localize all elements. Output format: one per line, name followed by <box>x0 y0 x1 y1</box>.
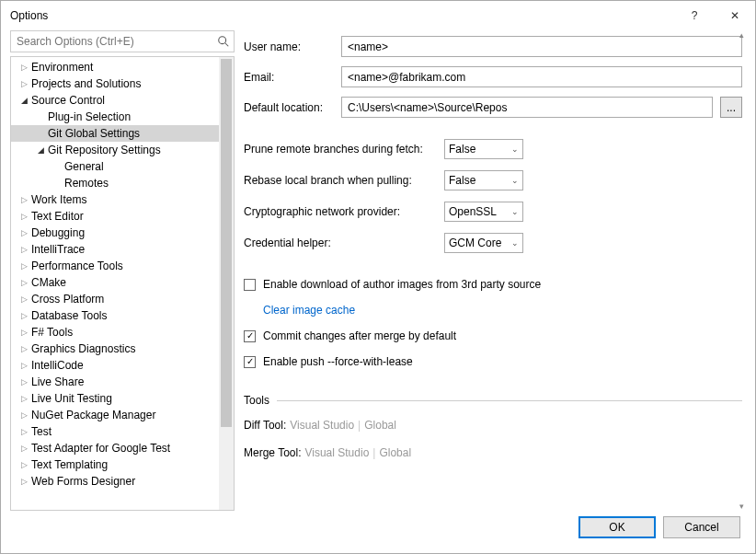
expander-none <box>52 161 63 172</box>
expander-closed-icon[interactable]: ▷ <box>18 426 29 437</box>
tree-item-label: Projects and Solutions <box>31 77 141 90</box>
expander-closed-icon[interactable]: ▷ <box>18 62 29 73</box>
svg-line-1 <box>225 43 229 47</box>
expander-closed-icon[interactable]: ▷ <box>18 310 29 321</box>
help-button[interactable]: ? <box>674 1 715 30</box>
download-images-checkbox[interactable] <box>244 279 256 291</box>
expander-closed-icon[interactable]: ▷ <box>18 360 29 371</box>
tree-item[interactable]: Git Global Settings <box>11 125 219 142</box>
tree-item[interactable]: ▷IntelliCode <box>11 357 219 374</box>
email-input[interactable] <box>341 66 742 87</box>
tree-item[interactable]: ▷Test Adapter for Google Test <box>11 440 219 456</box>
tree-item-label: Environment <box>31 61 93 74</box>
merge-tool-label: Merge Tool: <box>244 446 301 459</box>
diff-tool-label: Diff Tool: <box>244 419 286 432</box>
clear-cache-link[interactable]: Clear image cache <box>263 304 355 317</box>
merge-tool-global[interactable]: Global <box>379 446 411 459</box>
search-box[interactable] <box>10 30 235 52</box>
options-tree[interactable]: ▷Environment▷Projects and Solutions◢Sour… <box>11 57 219 510</box>
commit-merge-checkbox[interactable]: ✓ <box>244 330 256 342</box>
expander-closed-icon[interactable]: ▷ <box>18 260 29 271</box>
scroll-down-icon: ▾ <box>739 502 744 511</box>
prune-dropdown[interactable]: False⌄ <box>444 139 523 159</box>
tree-item-label: Source Control <box>31 94 105 107</box>
tree-item[interactable]: ▷CMake <box>11 274 219 291</box>
crypto-dropdown[interactable]: OpenSSL⌄ <box>444 202 523 222</box>
tree-item-label: General <box>64 160 104 173</box>
expander-closed-icon[interactable]: ▷ <box>18 459 29 470</box>
tree-item-label: Test Adapter for Google Test <box>31 442 170 455</box>
expander-closed-icon[interactable]: ▷ <box>18 194 29 205</box>
window-title: Options <box>10 9 674 22</box>
tree-item[interactable]: ▷Debugging <box>11 225 219 241</box>
tree-item-label: Live Share <box>31 375 84 388</box>
tree-item[interactable]: ▷IntelliTrace <box>11 241 219 258</box>
svg-point-0 <box>219 37 226 44</box>
search-input[interactable] <box>15 32 217 51</box>
expander-closed-icon[interactable]: ▷ <box>18 376 29 387</box>
tree-item-label: Text Editor <box>31 210 84 223</box>
expander-closed-icon[interactable]: ▷ <box>18 410 29 421</box>
tree-item[interactable]: ▷Performance Tools <box>11 258 219 274</box>
tree-item[interactable]: ▷Text Templating <box>11 456 219 473</box>
tree-item[interactable]: ▷Environment <box>11 59 219 75</box>
chevron-down-icon: ⌄ <box>511 238 519 248</box>
options-dialog: Options ? ✕ ▷Environment▷Projects and So… <box>0 0 756 554</box>
location-input[interactable] <box>341 97 713 118</box>
tree-item[interactable]: ▷Work Items <box>11 191 219 208</box>
diff-tool-global[interactable]: Global <box>364 419 396 432</box>
tree-item[interactable]: ▷Projects and Solutions <box>11 75 219 92</box>
tree-item[interactable]: ▷Web Forms Designer <box>11 473 219 490</box>
expander-closed-icon[interactable]: ▷ <box>18 244 29 255</box>
tree-item[interactable]: ▷Graphics Diagnostics <box>11 340 219 357</box>
expander-none <box>35 128 46 139</box>
expander-closed-icon[interactable]: ▷ <box>18 277 29 288</box>
expander-closed-icon[interactable]: ▷ <box>18 476 29 487</box>
close-button[interactable]: ✕ <box>715 1 755 30</box>
tree-item[interactable]: ▷Database Tools <box>11 307 219 324</box>
tree-item[interactable]: ▷Live Share <box>11 374 219 390</box>
tree-item-label: CMake <box>31 276 66 289</box>
force-lease-label: Enable push --force-with-lease <box>263 355 413 368</box>
panel-scrollbar[interactable]: ▴ ▾ <box>735 30 746 511</box>
cred-label: Credential helper: <box>244 237 437 249</box>
tree-item[interactable]: General <box>11 158 219 175</box>
cancel-button[interactable]: Cancel <box>663 516 740 538</box>
help-icon: ? <box>692 9 698 22</box>
expander-closed-icon[interactable]: ▷ <box>18 343 29 354</box>
tree-item-label: Database Tools <box>31 309 108 322</box>
expander-closed-icon[interactable]: ▷ <box>18 211 29 222</box>
force-lease-checkbox[interactable]: ✓ <box>244 356 256 368</box>
expander-open-icon[interactable]: ◢ <box>35 144 46 156</box>
tree-item[interactable]: ▷Cross Platform <box>11 291 219 307</box>
tree-scrollbar[interactable] <box>219 57 234 510</box>
ok-button[interactable]: OK <box>578 516 656 538</box>
merge-tool-vs[interactable]: Visual Studio <box>304 446 369 459</box>
tree-item[interactable]: ▷F# Tools <box>11 324 219 340</box>
username-input[interactable] <box>341 36 742 57</box>
expander-closed-icon[interactable]: ▷ <box>18 393 29 404</box>
tree-item[interactable]: ▷NuGet Package Manager <box>11 407 219 423</box>
tree-item[interactable]: Plug-in Selection <box>11 109 219 125</box>
settings-panel: User name: Email: Default location: ... … <box>240 30 746 511</box>
expander-closed-icon[interactable]: ▷ <box>18 443 29 454</box>
tree-item[interactable]: Remotes <box>11 175 219 191</box>
expander-open-icon[interactable]: ◢ <box>18 95 29 106</box>
tree-item-label: Cross Platform <box>31 293 104 306</box>
cred-dropdown[interactable]: GCM Core⌄ <box>444 233 523 253</box>
tree-item[interactable]: ▷Live Unit Testing <box>11 390 219 407</box>
tree-item[interactable]: ▷Test <box>11 423 219 440</box>
tree-item[interactable]: ▷Text Editor <box>11 208 219 225</box>
scrollbar-thumb[interactable] <box>221 59 232 427</box>
expander-closed-icon[interactable]: ▷ <box>18 227 29 238</box>
expander-none <box>35 111 46 122</box>
diff-tool-vs[interactable]: Visual Studio <box>290 419 354 432</box>
username-label: User name: <box>244 40 334 53</box>
expander-closed-icon[interactable]: ▷ <box>18 78 29 89</box>
rebase-dropdown[interactable]: False⌄ <box>444 170 523 190</box>
expander-closed-icon[interactable]: ▷ <box>18 327 29 338</box>
tree-item[interactable]: ◢Git Repository Settings <box>11 142 219 158</box>
tree-item[interactable]: ◢Source Control <box>11 92 219 109</box>
expander-closed-icon[interactable]: ▷ <box>18 294 29 305</box>
tree-item-label: F# Tools <box>31 326 73 339</box>
